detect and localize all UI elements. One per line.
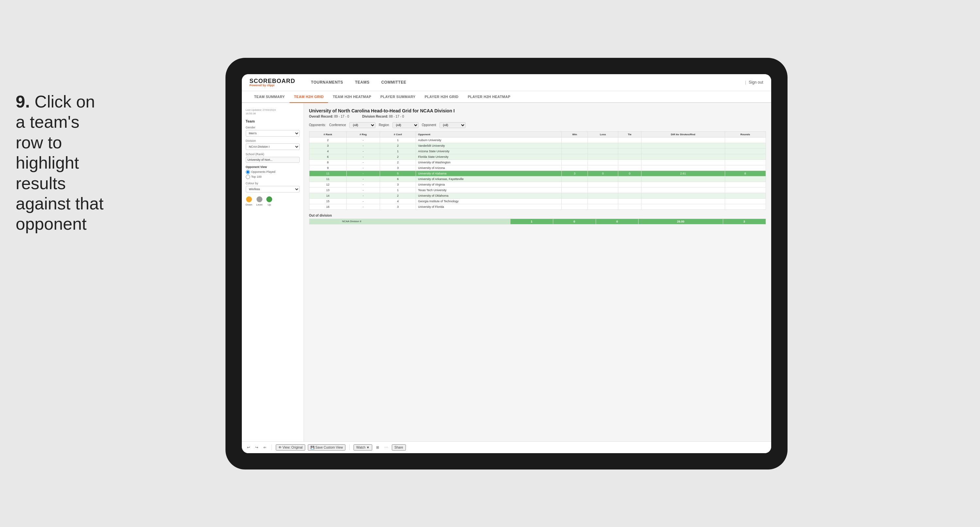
page-title: University of North Carolina Head-to-Hea… [309,108,766,113]
watch-button[interactable]: Watch ▼ [353,444,372,451]
cell-win [562,187,588,193]
level-dot [256,196,262,202]
sign-out-button[interactable]: Sign out [749,80,763,84]
cell-rounds [725,137,766,143]
opponent-filter-select[interactable]: (All) [439,122,466,128]
cell-win [562,137,588,143]
more-button[interactable]: ⋯ [383,445,389,450]
cell-opponent: University of Arkansas, Fayetteville [416,176,562,182]
cell-diff [641,143,725,148]
logo-powered: Powered by clippi [250,84,295,87]
cell-tie [618,137,641,143]
conference-filter-select[interactable]: (All) [349,122,375,128]
cell-conf: 3 [380,182,416,187]
cell-rank: 15 [309,198,347,204]
table-row[interactable]: 13-1Texas Tech University [309,187,766,193]
table-row[interactable]: 9-3University of Arizona [309,165,766,170]
region-filter-select[interactable]: (All) [393,122,418,128]
sub-nav-player-summary[interactable]: PLAYER SUMMARY [376,91,420,103]
colour-by-select[interactable]: Win/loss [246,186,300,193]
cell-tie [618,187,641,193]
logo-area: SCOREBOARD Powered by clippi [250,78,295,87]
out-division-name: NCAA Division II [340,218,510,224]
bottom-toolbar: ↩ ↪ ⇐ 👁 View: Original 💾 Save Custom Vie… [242,441,771,453]
cell-win [562,182,588,187]
cell-tie [618,193,641,198]
cell-loss [588,198,618,204]
cell-reg: - [347,187,380,193]
nav-tournaments[interactable]: TOURNAMENTS [305,74,349,91]
present-button[interactable]: ⊞ [375,445,380,450]
cell-loss [588,187,618,193]
table-row[interactable]: 3-2Vanderbilt University [309,143,766,148]
app-header: SCOREBOARD Powered by clippi TOURNAMENTS… [242,74,771,91]
col-tie: Tie [618,131,641,137]
out-division-win: 1 [510,218,553,224]
out-of-division-table: NCAA Division II 1 0 0 26.00 3 [309,218,766,224]
cell-rounds [725,143,766,148]
color-legend: Down Level Up [246,196,300,206]
out-of-division-header: Out of division [309,214,766,217]
out-division-tie: 0 [596,218,638,224]
cell-diff: 2.61 [641,170,725,176]
sub-nav-team-summary[interactable]: TEAM SUMMARY [250,91,290,103]
table-row[interactable]: 14-2University of Oklahoma [309,193,766,198]
sub-nav-team-h2h-grid[interactable]: TEAM H2H GRID [290,91,328,103]
view-original-button[interactable]: 👁 View: Original [276,444,305,451]
table-row[interactable]: 6-2Florida State University [309,154,766,159]
cell-opponent: University of Virginia [416,182,562,187]
opponent-view-played[interactable]: Opponents Played [246,170,300,174]
school-input[interactable]: University of Nort... [246,157,300,163]
table-row[interactable]: 8-2University of Washington [309,159,766,165]
save-custom-button[interactable]: 💾 Save Custom View [308,444,345,451]
cell-rounds: 8 [725,170,766,176]
col-conf: # Conf [380,131,416,137]
table-row[interactable]: 11-6University of Arkansas, Fayetteville [309,176,766,182]
table-row[interactable]: 12-3University of Virginia [309,182,766,187]
redo-button[interactable]: ↪ [254,445,259,450]
cell-reg: - [347,143,380,148]
gender-select[interactable]: Men's [246,130,300,137]
sub-nav-player-h2h-grid[interactable]: PLAYER H2H GRID [420,91,463,103]
table-row[interactable]: 2-1Auburn University [309,137,766,143]
school-label: School (Rank) [246,153,300,156]
division-select[interactable]: NCAA Division I [246,143,300,150]
cell-conf: 3 [380,165,416,170]
tablet-screen: SCOREBOARD Powered by clippi TOURNAMENTS… [242,74,771,453]
share-button[interactable]: Share [392,444,406,451]
logo-scoreboard: SCOREBOARD [250,78,295,84]
col-reg: # Reg [347,131,380,137]
cell-diff [641,182,725,187]
records-row: Overall Record: 89 - 17 - 0 Division Rec… [309,115,766,118]
cell-conf: 6 [380,176,416,182]
table-row[interactable]: 16-3University of Florida [309,204,766,209]
tablet-device: SCOREBOARD Powered by clippi TOURNAMENTS… [226,58,788,470]
cell-rounds [725,154,766,159]
out-division-rounds: 3 [723,218,766,224]
cell-rank: 11 [309,176,347,182]
table-row[interactable]: 15-4Georgia Institute of Technology [309,198,766,204]
cell-loss [588,148,618,154]
cell-loss [588,176,618,182]
sub-nav-player-h2h-heatmap[interactable]: PLAYER H2H HEATMAP [463,91,515,103]
cell-reg: - [347,170,380,176]
cell-opponent: Auburn University [416,137,562,143]
sub-nav-team-h2h-heatmap[interactable]: TEAM H2H HEATMAP [328,91,376,103]
cell-rounds [725,193,766,198]
nav-committee[interactable]: COMMITTEE [375,74,412,91]
conference-filter-label: Conference [329,123,346,127]
undo-button[interactable]: ↩ [246,445,251,450]
table-row[interactable]: 4-1Arizona State University [309,148,766,154]
cell-conf: 1 [380,187,416,193]
col-win: Win [562,131,588,137]
table-row[interactable]: 11-5University of Alabama3002.618 [309,170,766,176]
cell-opponent: University of Florida [416,204,562,209]
cell-conf: 2 [380,159,416,165]
cell-win [562,204,588,209]
back-button[interactable]: ⇐ [262,445,267,450]
opponent-view-top100[interactable]: Top 100 [246,175,300,179]
cell-conf: 3 [380,204,416,209]
cell-tie [618,182,641,187]
nav-teams[interactable]: TEAMS [349,74,375,91]
cell-opponent: University of Washington [416,159,562,165]
